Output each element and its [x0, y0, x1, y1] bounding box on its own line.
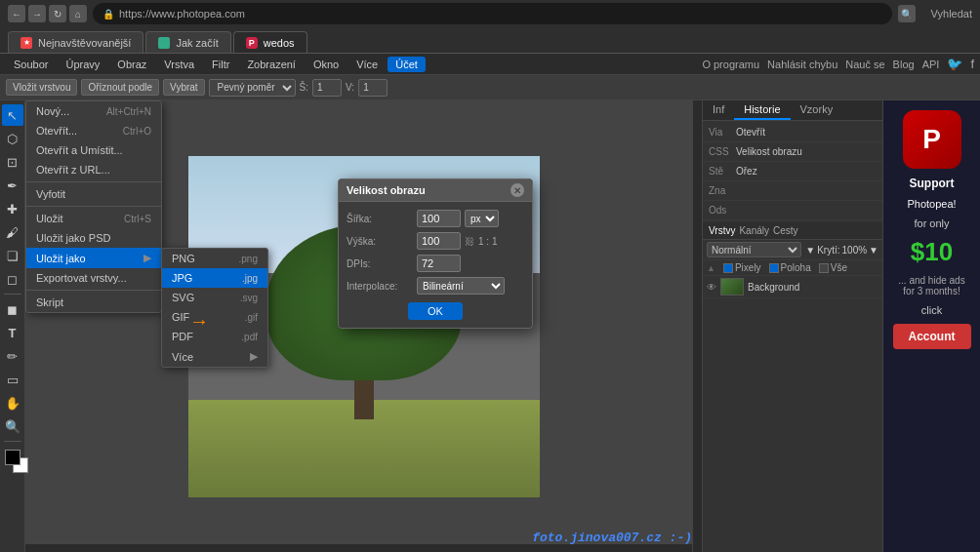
- panel-tab-inf[interactable]: Inf: [703, 100, 734, 120]
- ad-price: $10: [911, 237, 953, 267]
- vertical-scrollbar[interactable]: [692, 100, 702, 552]
- reload-button[interactable]: ↻: [49, 5, 66, 22]
- menu-about[interactable]: O programu: [702, 59, 759, 70]
- home-button[interactable]: ⌂: [69, 5, 87, 22]
- menu-ucet[interactable]: Účet: [388, 57, 426, 72]
- menu-item-open-url[interactable]: Otevřít z URL...: [26, 160, 161, 179]
- tab-3[interactable]: P wedos: [233, 31, 307, 53]
- menu-item-save-psd[interactable]: Uložit jako PSD: [26, 228, 161, 248]
- toolbar-oriznout[interactable]: Oříznout podle: [81, 79, 159, 96]
- dialog-ok-button[interactable]: OK: [408, 302, 463, 320]
- color-picker[interactable]: [5, 450, 20, 465]
- submenu-gif[interactable]: GIF .gif: [162, 307, 267, 327]
- dialog-width-unit[interactable]: px: [465, 210, 499, 227]
- tool-text[interactable]: T: [2, 322, 23, 343]
- tool-brush[interactable]: 🖌: [2, 221, 23, 243]
- panel-tab-swatches[interactable]: Vzorky: [791, 100, 843, 120]
- layers-tab-cesty[interactable]: Cesty: [773, 225, 798, 236]
- facebook-icon[interactable]: f: [970, 57, 974, 71]
- checkbox-position[interactable]: Poloha: [769, 262, 811, 273]
- menu-item-export[interactable]: Exportovat vrstvy...: [26, 268, 161, 288]
- search-button[interactable]: 🔍: [898, 5, 916, 22]
- tool-clone[interactable]: ❏: [2, 245, 23, 266]
- back-button[interactable]: ←: [8, 5, 25, 22]
- toolbar-vrstvy[interactable]: Vložit vrstvou: [6, 79, 77, 96]
- toolbar-ratio-select[interactable]: Pevný poměr: [209, 79, 296, 97]
- submenu-jpg[interactable]: JPG .jpg: [162, 268, 267, 288]
- tool-select[interactable]: ↖: [2, 104, 23, 126]
- twitter-icon[interactable]: 🐦: [947, 57, 962, 71]
- dialog-close-button[interactable]: ✕: [510, 183, 524, 197]
- submenu-svg[interactable]: SVG .svg: [162, 288, 267, 307]
- menu-save-as-arrow: ▶: [143, 252, 151, 264]
- menu-okno[interactable]: Okno: [306, 57, 347, 72]
- menu-item-new[interactable]: Nový... Alt+Ctrl+N: [26, 101, 161, 121]
- menu-vrstva[interactable]: Vrstva: [156, 57, 202, 72]
- menu-item-open[interactable]: Otevřít... Ctrl+O: [26, 121, 161, 140]
- tool-crop[interactable]: ⊡: [2, 151, 23, 173]
- tool-pen[interactable]: ✏: [2, 345, 23, 367]
- menu-filtr[interactable]: Filtr: [204, 57, 237, 72]
- submenu-more[interactable]: Více ▶: [162, 346, 267, 367]
- search-field[interactable]: Vyhledat: [931, 8, 972, 20]
- opacity-label-text: Krytí:: [817, 245, 839, 256]
- browser-tabs: ★ Nejnavštěvovanější Jak začít P wedos: [0, 27, 980, 53]
- submenu-png[interactable]: PNG .png: [162, 249, 267, 268]
- blend-mode-select[interactable]: Normální: [707, 242, 801, 257]
- tool-hand[interactable]: ✋: [2, 392, 23, 414]
- menu-blog[interactable]: Blog: [893, 59, 915, 70]
- dialog-height-input[interactable]: [417, 232, 461, 250]
- layer-row-background[interactable]: 👁 Background: [703, 276, 882, 298]
- menu-report[interactable]: Nahlásit chybu: [767, 59, 837, 70]
- menu-item-open-url-label: Otevřít z URL...: [36, 164, 110, 176]
- dialog-interpolation-select[interactable]: Bilineární: [417, 277, 505, 295]
- menu-item-save-as[interactable]: Uložit jako ▶ PNG .png JPG .jpg S: [26, 248, 161, 268]
- tab-1[interactable]: ★ Nejnavštěvovanější: [8, 31, 143, 53]
- layer-visibility-icon[interactable]: 👁: [707, 282, 716, 293]
- menu-obraz[interactable]: Obraz: [109, 57, 154, 72]
- menu-zobrazeni[interactable]: Zobrazení: [239, 57, 304, 72]
- menu-item-save[interactable]: Uložit Ctrl+S: [26, 209, 161, 228]
- ad-account-button[interactable]: Account: [893, 324, 971, 349]
- app-container: Soubor Úpravy Obraz Vrstva Filtr Zobraze…: [0, 54, 980, 552]
- menu-item-photo[interactable]: Vyfotit: [26, 184, 161, 204]
- toolbar-vybrat[interactable]: Vybrat: [163, 79, 205, 96]
- toolbar-w-input[interactable]: [312, 79, 342, 97]
- canvas-area[interactable]: Nový... Alt+Ctrl+N Otevřít... Ctrl+O Ote…: [25, 100, 702, 552]
- menu-api[interactable]: API: [922, 59, 940, 70]
- dialog-dpi-input[interactable]: [417, 255, 461, 272]
- layers-tab-kanaly[interactable]: Kanály: [739, 225, 769, 236]
- layer-name: Background: [748, 282, 799, 293]
- tool-eraser[interactable]: ◻: [2, 268, 23, 290]
- opacity-value[interactable]: 100%: [842, 245, 868, 256]
- submenu-gif-ext: .gif: [245, 312, 258, 323]
- tool-shape[interactable]: ▭: [2, 369, 23, 390]
- menu-vice[interactable]: Více: [348, 57, 386, 72]
- panel-tab-history[interactable]: Historie: [734, 100, 790, 120]
- check-all-label: Vše: [831, 262, 847, 273]
- layers-tab-vrstvy[interactable]: Vrstvy: [709, 225, 735, 236]
- tab-2[interactable]: Jak začít: [145, 31, 230, 53]
- menu-item-script[interactable]: Skript: [26, 293, 161, 312]
- dialog-width-input[interactable]: [417, 210, 461, 227]
- foreground-color[interactable]: [5, 450, 20, 465]
- tool-lasso[interactable]: ⬡: [2, 128, 23, 149]
- tool-zoom[interactable]: 🔍: [2, 415, 23, 437]
- address-bar[interactable]: 🔒 https://www.photopea.com: [93, 3, 892, 24]
- submenu-pdf[interactable]: PDF .pdf: [162, 327, 267, 346]
- tool-heal[interactable]: ✚: [2, 198, 23, 219]
- menu-upravy[interactable]: Úpravy: [58, 57, 107, 72]
- url-text: https://www.photopea.com: [119, 8, 245, 20]
- checkbox-pixels[interactable]: Pixely: [723, 262, 761, 273]
- forward-button[interactable]: →: [28, 5, 46, 22]
- menu-item-open-place[interactable]: Otevřít a Umístit...: [26, 140, 161, 160]
- menu-learn[interactable]: Nauč se: [845, 59, 884, 70]
- menu-soubor[interactable]: Soubor: [6, 57, 56, 72]
- submenu-png-ext: .png: [239, 254, 258, 264]
- tool-gradient[interactable]: ◼: [2, 298, 23, 320]
- toolbar-h-input[interactable]: [358, 79, 388, 97]
- panel-row-ste-key: Stě: [709, 166, 736, 177]
- panel-row-css-value: Velikost obrazu: [736, 146, 877, 157]
- tool-eyedropper[interactable]: ✒: [2, 175, 23, 196]
- checkbox-all[interactable]: Vše: [819, 262, 847, 273]
